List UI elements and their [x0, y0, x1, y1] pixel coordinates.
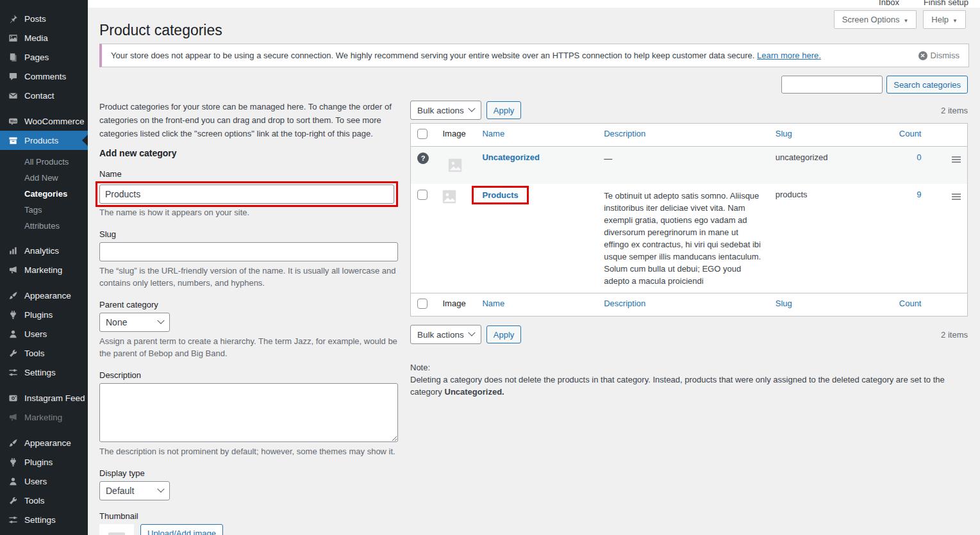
bulk-actions-value: Bulk actions	[417, 106, 464, 115]
bulk-actions-select[interactable]: Bulk actions	[410, 101, 481, 120]
default-category-help-icon[interactable]	[417, 152, 429, 164]
brush-icon	[8, 290, 18, 300]
sidebar-item-contact[interactable]: Contact	[0, 86, 88, 105]
bulk-actions-select[interactable]: Bulk actions	[410, 325, 481, 344]
sidebar-item-marketing[interactable]: Marketing	[0, 260, 88, 279]
chart-bars-icon	[8, 245, 18, 256]
megaphone-icon	[8, 265, 18, 275]
items-count: 2 items	[941, 330, 968, 340]
column-count[interactable]: Count	[884, 293, 936, 317]
help-button[interactable]: Help	[923, 10, 966, 29]
column-slug[interactable]: Slug	[769, 293, 884, 317]
sidebar-item-users[interactable]: Users	[0, 324, 88, 343]
search-categories-button[interactable]: Search categories	[886, 76, 968, 94]
sidebar-item-tools[interactable]: Tools	[0, 343, 88, 363]
sidebar-item-tools-2[interactable]: Tools	[0, 491, 88, 510]
categories-list: Bulk actions Apply 2 items Image Name De…	[410, 100, 968, 406]
category-slug-input[interactable]	[99, 242, 398, 261]
security-notice: Your store does not appear to be using a…	[99, 44, 969, 67]
sidebar-subitem-add-new[interactable]: Add New	[0, 170, 88, 186]
pages-icon	[8, 52, 18, 62]
row-count-link[interactable]: 0	[917, 152, 921, 162]
sidebar-item-label: Users	[24, 477, 47, 486]
sidebar-item-woocommerce[interactable]: Woo WooCommerce	[0, 111, 88, 131]
sidebar-subitem-tags[interactable]: Tags	[0, 202, 88, 218]
sidebar-item-label: Analytics	[24, 246, 59, 256]
apply-button[interactable]: Apply	[486, 325, 522, 343]
sidebar-item-comments[interactable]: Comments	[0, 67, 88, 86]
row-count-link[interactable]: 9	[917, 190, 921, 199]
sidebar-item-marketing-2[interactable]: Marketing	[0, 407, 88, 427]
sidebar-item-appearance[interactable]: Appearance	[0, 286, 88, 305]
help-label: Help	[931, 15, 949, 24]
slug-help: The “slug” is the URL-friendly version o…	[99, 265, 398, 289]
sidebar-item-plugins[interactable]: Plugins	[0, 305, 88, 324]
column-description[interactable]: Description	[597, 124, 769, 147]
dismiss-button[interactable]: Dismiss	[918, 51, 960, 60]
sidebar-item-products[interactable]: Products	[0, 131, 88, 150]
category-link-products[interactable]: Products	[482, 190, 518, 200]
sidebar-item-analytics[interactable]: Analytics	[0, 241, 88, 260]
row-description: —	[604, 154, 612, 163]
woocommerce-icon: Woo	[8, 116, 18, 126]
intro-text: Product categories for your store can be…	[99, 100, 398, 140]
parent-category-select[interactable]: None	[99, 313, 170, 332]
topbar-inbox-link[interactable]: Inbox	[879, 0, 899, 8]
products-link-highlight: Products	[472, 186, 528, 204]
column-image: Image	[436, 293, 476, 317]
column-name[interactable]: Name	[476, 293, 597, 317]
sidebar-subitem-attributes[interactable]: Attributes	[0, 218, 88, 234]
thumbnail-placeholder	[99, 524, 134, 535]
image-placeholder-icon	[108, 532, 126, 535]
column-image: Image	[436, 124, 476, 147]
sidebar-item-label: Instagram Feed	[24, 393, 85, 403]
select-all-checkbox[interactable]	[417, 129, 428, 139]
sidebar-item-settings[interactable]: Settings	[0, 363, 88, 382]
close-icon	[918, 51, 927, 60]
column-count[interactable]: Count	[884, 124, 936, 147]
display-type-value: Default	[106, 486, 134, 496]
sidebar-item-users-2[interactable]: Users	[0, 472, 88, 491]
row-checkbox[interactable]	[417, 190, 428, 200]
image-placeholder-icon	[442, 190, 456, 204]
upload-add-image-button[interactable]: Upload/Add image	[140, 524, 223, 535]
topbar-finish-setup-link[interactable]: Finish setup	[924, 0, 968, 8]
envelope-icon	[8, 90, 18, 101]
drag-handle-icon[interactable]	[952, 155, 961, 164]
user-icon	[8, 329, 18, 339]
sidebar-item-media[interactable]: Media	[0, 28, 88, 47]
admin-sidebar: Posts Media Pages Comments Contact Woo W…	[0, 0, 88, 535]
sidebar-item-label: Settings	[24, 515, 56, 525]
table-footer-row: Image Name Description Slug Count	[411, 293, 968, 317]
column-description[interactable]: Description	[597, 293, 769, 317]
sidebar-item-settings-2[interactable]: Settings	[0, 510, 88, 529]
sidebar-item-plugins-2[interactable]: Plugins	[0, 452, 88, 472]
sidebar-item-instagram-feed[interactable]: Instagram Feed	[0, 388, 88, 407]
products-icon	[8, 135, 18, 145]
learn-more-link[interactable]: Learn more here.	[757, 51, 821, 60]
chevron-down-icon	[468, 329, 475, 336]
chevron-down-icon	[903, 15, 908, 24]
row-slug: products	[776, 190, 808, 199]
column-slug[interactable]: Slug	[769, 124, 884, 147]
apply-button[interactable]: Apply	[486, 101, 522, 119]
sidebar-subitem-all-products[interactable]: All Products	[0, 154, 88, 170]
sidebar-item-posts[interactable]: Posts	[0, 9, 88, 28]
name-field-highlight	[96, 181, 398, 207]
sidebar-item-label: Media	[24, 33, 48, 43]
screen-options-button[interactable]: Screen Options	[834, 10, 917, 29]
display-type-select[interactable]: Default	[99, 481, 170, 500]
drag-handle-icon[interactable]	[952, 192, 961, 201]
sidebar-subitem-categories[interactable]: Categories	[0, 186, 88, 202]
select-all-checkbox[interactable]	[417, 299, 428, 309]
column-name[interactable]: Name	[476, 124, 597, 147]
table-row-products: Products Te obtinuit ut adepto satis som…	[411, 184, 968, 293]
search-categories-input[interactable]	[781, 76, 883, 94]
wrench-icon	[8, 495, 18, 506]
sidebar-item-label: Marketing	[24, 413, 62, 422]
category-name-input[interactable]	[99, 185, 394, 204]
sidebar-item-appearance-2[interactable]: Appearance	[0, 433, 88, 452]
category-link-uncategorized[interactable]: Uncategorized	[482, 152, 540, 162]
category-description-textarea[interactable]	[99, 383, 398, 442]
sidebar-item-pages[interactable]: Pages	[0, 47, 88, 67]
